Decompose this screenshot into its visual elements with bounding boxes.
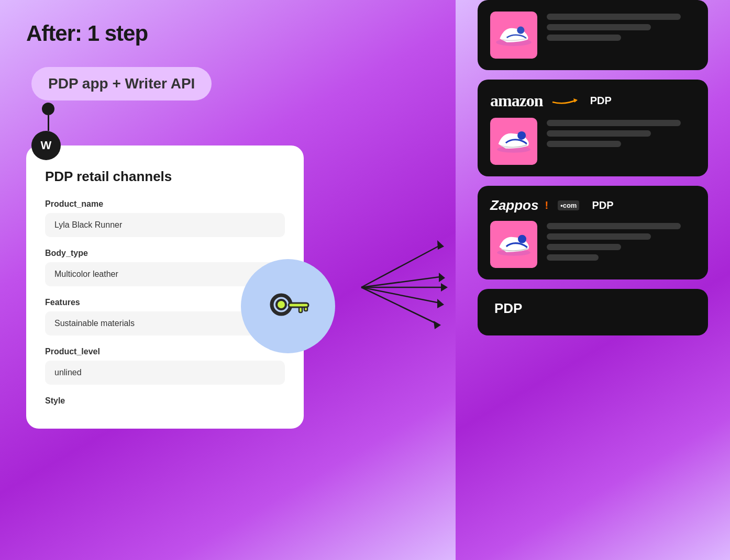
bottom-partial-card: PDP: [478, 289, 708, 335]
zappos-card: Zappos ! •com PDP: [478, 186, 708, 279]
svg-marker-14: [434, 321, 441, 329]
amazon-logo: amazon: [490, 91, 543, 110]
field-value-product-name: Lyla Black Runner: [45, 213, 285, 237]
page-title: After: 1 step: [26, 21, 429, 46]
svg-point-20: [518, 235, 526, 243]
svg-point-16: [517, 27, 524, 34]
bottom-pdp-badge: PDP: [494, 300, 522, 317]
svg-point-1: [276, 300, 286, 309]
svg-line-13: [361, 287, 437, 324]
amazon-card: amazon PDP: [478, 80, 708, 176]
zappos-exclamation: !: [545, 199, 548, 211]
text-line: [547, 14, 681, 20]
product-image-top: [490, 12, 537, 59]
writer-logo: W: [31, 131, 61, 160]
text-line: [547, 244, 621, 250]
field-label-body-type: Body_type: [45, 249, 285, 258]
left-panel: After: 1 step PDP app + Writer API W PDP…: [0, 0, 456, 560]
amazon-header: amazon PDP: [490, 91, 695, 110]
amazon-pdp-badge: PDP: [590, 95, 612, 107]
text-line: [547, 254, 599, 261]
text-line: [547, 24, 651, 30]
zappos-header: Zappos ! •com PDP: [490, 197, 695, 214]
card-title: PDP retail channels: [45, 169, 285, 185]
zappos-com: •com: [558, 200, 579, 210]
text-line: [547, 233, 651, 240]
svg-rect-4: [304, 307, 307, 311]
text-line: [547, 120, 681, 126]
svg-marker-8: [439, 273, 445, 282]
amazon-product-image: [490, 118, 537, 165]
svg-rect-3: [299, 307, 302, 312]
api-pill: PDP app + Writer API: [31, 67, 212, 100]
svg-marker-6: [437, 240, 444, 250]
field-value-product-level: unlined: [45, 361, 285, 385]
key-icon: [264, 283, 312, 330]
text-line: [547, 223, 681, 229]
right-panel: amazon PDP: [456, 0, 730, 560]
svg-line-11: [361, 287, 440, 303]
zappos-product-image: [490, 221, 537, 268]
amazon-arrow-icon: [551, 96, 578, 106]
text-line: [547, 35, 621, 41]
zappos-text-lines: [547, 221, 695, 268]
api-connector: PDP app + Writer API: [31, 67, 429, 131]
svg-line-7: [361, 277, 440, 287]
pdp-card: PDP retail channels Product_name Lyla Bl…: [26, 145, 304, 429]
key-circle: [241, 259, 335, 353]
bottom-partial-header: PDP: [490, 300, 695, 317]
distribution-arrows: [356, 235, 450, 340]
text-lines-top: [547, 12, 695, 59]
amazon-text-lines: [547, 118, 695, 165]
zappos-logo: Zappos: [490, 197, 538, 214]
field-label-product-name: Product_name: [45, 199, 285, 209]
field-label-style: Style: [45, 396, 285, 406]
text-line: [547, 130, 651, 137]
retailer-cards-container: amazon PDP: [466, 0, 720, 346]
connector-dot: [42, 103, 54, 115]
field-label-product-level: Product_level: [45, 347, 285, 356]
zappos-pdp-badge: PDP: [592, 199, 613, 211]
svg-marker-10: [441, 283, 448, 292]
retailer-card-top-partial: [478, 0, 708, 70]
svg-point-18: [517, 131, 526, 140]
connector-line: [48, 115, 49, 131]
text-line: [547, 141, 621, 147]
svg-marker-12: [437, 299, 444, 308]
svg-line-5: [361, 245, 440, 287]
